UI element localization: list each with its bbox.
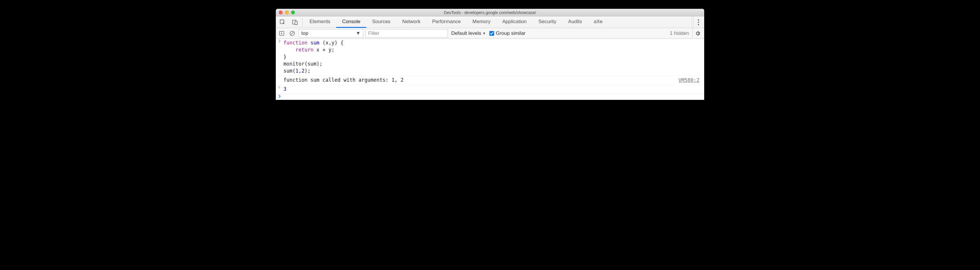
- group-similar-input[interactable]: [489, 31, 494, 36]
- tab-memory[interactable]: Memory: [466, 16, 496, 28]
- svg-point-8: [280, 87, 281, 88]
- tab-application[interactable]: Application: [496, 16, 533, 28]
- console-input[interactable]: [283, 94, 704, 98]
- close-window-button[interactable]: [279, 11, 283, 14]
- minimize-window-button[interactable]: [285, 11, 289, 14]
- log-gutter: [276, 76, 283, 85]
- window-title: DevTools - developers.google.com/web/sho…: [276, 10, 704, 15]
- tab-performance[interactable]: Performance: [426, 16, 466, 28]
- svg-point-4: [698, 21, 699, 22]
- result-arrow-icon: [276, 85, 283, 94]
- console-result-row: 3: [276, 85, 704, 94]
- console-log-row: function sum called with arguments: 1, 2…: [276, 76, 704, 85]
- console-toolbar: top ▼ Default levels ▼ Group similar 1 h…: [276, 28, 704, 39]
- log-source-link[interactable]: VM580:2: [678, 77, 704, 84]
- device-toolbar-icon[interactable]: [289, 16, 301, 28]
- code-token: 2: [301, 68, 304, 74]
- chevron-down-icon: ▼: [356, 30, 361, 36]
- tabstrip-divider-right: [692, 18, 692, 26]
- log-levels-label: Default levels: [451, 30, 481, 36]
- group-similar-label: Group similar: [496, 30, 525, 36]
- code-token: sum: [310, 40, 320, 46]
- code-token: ,: [298, 68, 301, 74]
- code-token: x + y;: [313, 47, 334, 53]
- prompt-chevron-icon: [276, 94, 283, 98]
- hidden-messages-count[interactable]: 1 hidden: [670, 30, 690, 36]
- code-token: sum(: [283, 68, 296, 74]
- console-input-history: function sum (x,y) { return x + y; } mon…: [276, 39, 704, 76]
- clear-console-icon[interactable]: [288, 29, 296, 38]
- console-body: function sum (x,y) { return x + y; } mon…: [276, 39, 704, 100]
- filter-input[interactable]: [366, 29, 448, 38]
- tabstrip-divider: [302, 18, 302, 26]
- zoom-window-button[interactable]: [291, 11, 295, 14]
- log-message[interactable]: function sum called with arguments: 1, 2: [283, 76, 678, 85]
- code-token: }: [283, 54, 286, 60]
- tab-security[interactable]: Security: [533, 16, 562, 28]
- code-token: return: [296, 47, 313, 53]
- console-prompt-row[interactable]: [276, 94, 704, 100]
- chevron-down-icon: ▼: [482, 32, 486, 35]
- svg-point-5: [698, 24, 699, 25]
- kebab-menu-icon[interactable]: [693, 16, 703, 28]
- traffic-lights: [279, 11, 295, 14]
- svg-point-3: [698, 19, 699, 21]
- window-titlebar: DevTools - developers.google.com/web/sho…: [276, 9, 704, 16]
- console-settings-icon[interactable]: [692, 28, 702, 38]
- execution-context-label: top: [301, 30, 309, 36]
- code-token: function: [283, 40, 307, 46]
- code-token: );: [305, 68, 310, 74]
- code-token: 1: [296, 68, 298, 74]
- devtools-window: DevTools - developers.google.com/web/sho…: [276, 9, 704, 100]
- tab-axe[interactable]: aXe: [588, 16, 609, 28]
- group-similar-checkbox[interactable]: Group similar: [489, 30, 525, 36]
- execution-context-select[interactable]: top ▼: [299, 29, 363, 38]
- panel-tabstrip: Elements Console Sources Network Perform…: [276, 16, 704, 28]
- code-token: monitor(sum);: [283, 61, 323, 67]
- input-chevron-icon: [276, 39, 283, 76]
- log-levels-select[interactable]: Default levels ▼: [450, 30, 487, 36]
- tab-network[interactable]: Network: [396, 16, 426, 28]
- result-value[interactable]: 3: [283, 85, 704, 94]
- svg-rect-2: [295, 21, 297, 25]
- inspect-element-icon[interactable]: [277, 16, 289, 28]
- tab-audits[interactable]: Audits: [562, 16, 588, 28]
- tab-console[interactable]: Console: [336, 16, 366, 28]
- toggle-sidebar-icon[interactable]: [278, 29, 286, 38]
- tab-sources[interactable]: Sources: [366, 16, 396, 28]
- tab-elements[interactable]: Elements: [304, 16, 336, 28]
- code-block[interactable]: function sum (x,y) { return x + y; } mon…: [283, 39, 704, 76]
- code-token: (x,y) {: [320, 40, 344, 46]
